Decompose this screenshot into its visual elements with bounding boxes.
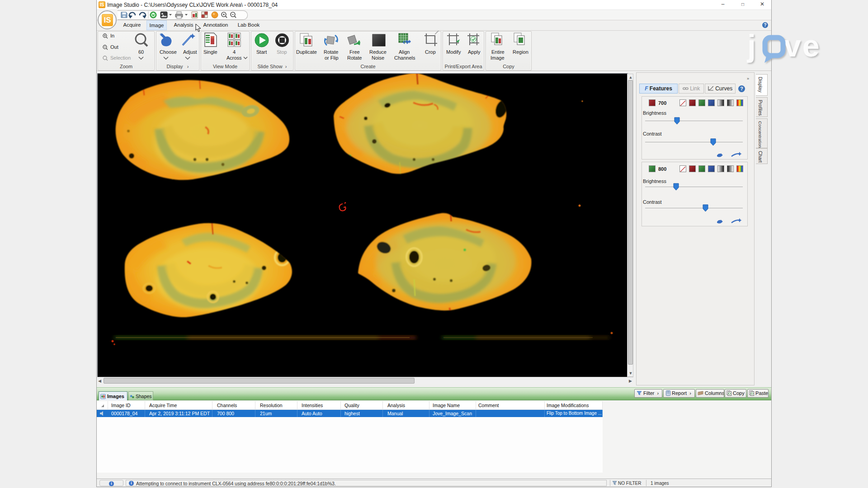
svg-text:Reduce: Reduce bbox=[369, 49, 387, 55]
svg-text:Selection: Selection bbox=[110, 55, 131, 61]
svg-text:Adjust: Adjust bbox=[183, 49, 197, 55]
svg-text:Channels: Channels bbox=[394, 55, 415, 61]
svg-text:Choose: Choose bbox=[160, 49, 177, 55]
svg-text:or Flip: or Flip bbox=[325, 55, 339, 61]
svg-text:60: 60 bbox=[138, 49, 144, 55]
svg-text:Apply: Apply bbox=[468, 49, 481, 55]
svg-text:Free: Free bbox=[349, 49, 360, 55]
svg-text:Region: Region bbox=[513, 49, 528, 55]
svg-text:Align: Align bbox=[399, 49, 410, 55]
svg-text:Single: Single bbox=[203, 49, 217, 55]
svg-text:4: 4 bbox=[233, 49, 236, 55]
svg-text:Start: Start bbox=[256, 49, 267, 55]
svg-text:ve: ve bbox=[784, 28, 821, 63]
svg-text:Out: Out bbox=[110, 44, 118, 50]
svg-text:In: In bbox=[110, 33, 114, 38]
svg-text:Across: Across bbox=[226, 55, 242, 61]
svg-text:Modify: Modify bbox=[446, 49, 461, 55]
svg-text:Image: Image bbox=[491, 55, 505, 61]
svg-text:Noise: Noise bbox=[372, 55, 384, 61]
svg-text:Entire: Entire bbox=[491, 49, 505, 55]
svg-text:Rotate: Rotate bbox=[324, 49, 338, 55]
svg-text:j: j bbox=[746, 28, 756, 63]
svg-text:Stop: Stop bbox=[277, 49, 287, 55]
svg-text:Rotate: Rotate bbox=[347, 55, 362, 61]
svg-text:Crop: Crop bbox=[425, 49, 436, 55]
svg-text:Duplicate: Duplicate bbox=[296, 49, 317, 55]
